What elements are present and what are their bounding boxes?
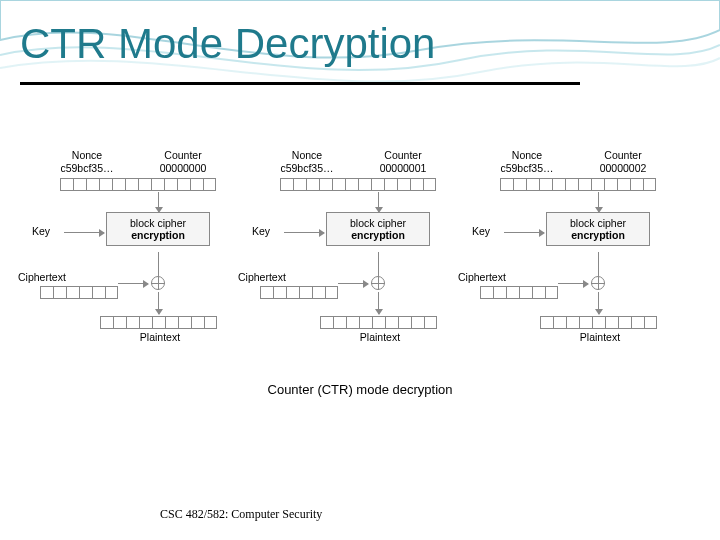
arrow-down <box>158 192 159 212</box>
ciphertext-row <box>40 286 118 299</box>
ciphertext-arrow <box>558 283 588 284</box>
plaintext-row <box>320 316 437 329</box>
key-arrow <box>504 232 544 233</box>
arrow-down <box>378 252 379 276</box>
title-underline <box>20 82 580 85</box>
arrow-down <box>158 252 159 276</box>
key-label: Key <box>32 226 62 238</box>
ciphertext-label: Ciphertext <box>458 272 518 284</box>
cipher-box: block cipherencryption <box>106 212 210 246</box>
ciphertext-arrow <box>338 283 368 284</box>
ciphertext-row <box>260 286 338 299</box>
arrow-down <box>598 192 599 212</box>
key-arrow <box>64 232 104 233</box>
nonce-label: Nonce <box>52 150 122 162</box>
nonce-value: c59bcf35… <box>272 163 342 175</box>
ctr-block-2: NonceCounterc59bcf35…00000002Keyblock ci… <box>480 150 680 410</box>
plaintext-label: Plaintext <box>570 332 630 344</box>
counter-label: Counter <box>148 150 218 162</box>
arrow-down <box>378 292 379 314</box>
xor-icon <box>151 276 165 290</box>
counter-label: Counter <box>368 150 438 162</box>
ctr-block-0: NonceCounterc59bcf35…00000000Keyblock ci… <box>40 150 240 410</box>
ctr-block-1: NonceCounterc59bcf35…00000001Keyblock ci… <box>260 150 460 410</box>
ciphertext-label: Ciphertext <box>238 272 298 284</box>
cipher-box: block cipherencryption <box>326 212 430 246</box>
counter-value: 00000001 <box>368 163 438 175</box>
nonce-value: c59bcf35… <box>52 163 122 175</box>
ciphertext-arrow <box>118 283 148 284</box>
ctr-diagram: NonceCounterc59bcf35…00000000Keyblock ci… <box>40 150 680 430</box>
arrow-down <box>598 252 599 276</box>
slide-title: CTR Mode Decryption <box>20 20 435 68</box>
plaintext-row <box>540 316 657 329</box>
arrow-down <box>378 192 379 212</box>
cipher-box: block cipherencryption <box>546 212 650 246</box>
arrow-down <box>598 292 599 314</box>
arrow-down <box>158 292 159 314</box>
input-block-row <box>500 178 656 191</box>
input-block-row <box>60 178 216 191</box>
plaintext-row <box>100 316 217 329</box>
plaintext-label: Plaintext <box>130 332 190 344</box>
xor-icon <box>591 276 605 290</box>
counter-value: 00000002 <box>588 163 658 175</box>
nonce-label: Nonce <box>492 150 562 162</box>
xor-icon <box>371 276 385 290</box>
ciphertext-label: Ciphertext <box>18 272 78 284</box>
counter-label: Counter <box>588 150 658 162</box>
key-label: Key <box>472 226 502 238</box>
nonce-label: Nonce <box>272 150 342 162</box>
key-arrow <box>284 232 324 233</box>
counter-value: 00000000 <box>148 163 218 175</box>
ciphertext-row <box>480 286 558 299</box>
key-label: Key <box>252 226 282 238</box>
nonce-value: c59bcf35… <box>492 163 562 175</box>
input-block-row <box>280 178 436 191</box>
slide-footer: CSC 482/582: Computer Security <box>160 507 322 522</box>
diagram-caption: Counter (CTR) mode decryption <box>40 382 680 397</box>
plaintext-label: Plaintext <box>350 332 410 344</box>
